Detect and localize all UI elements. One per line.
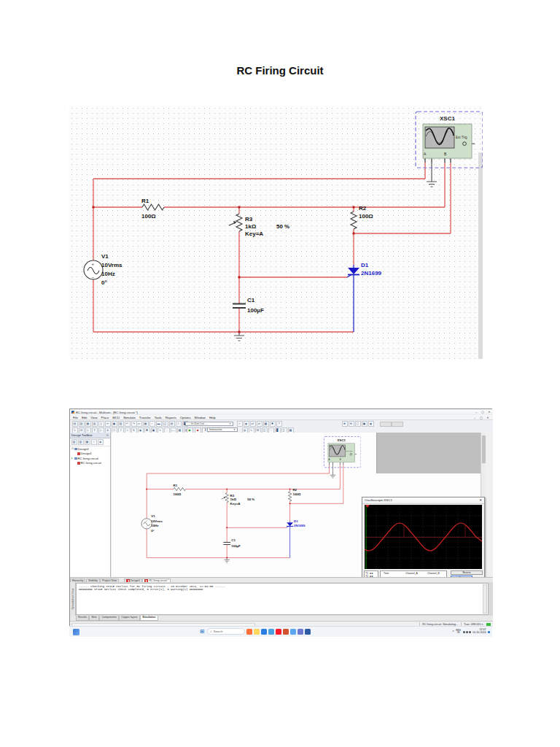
oscilloscope-title-bar[interactable]: Oscilloscope-XSC1 ✕ [362,498,484,504]
spice-netlist-icon[interactable]: ≡ [176,421,182,427]
spreadsheet-toggle-icon[interactable]: ▤ [169,421,175,427]
spice-results-pane[interactable]: ------ Checking SPICE netlist for RC fir… [76,583,489,615]
save-icon[interactable]: ▦ [85,421,91,427]
undo-icon[interactable]: ↶ [125,421,131,427]
tray-status-icons[interactable] [463,631,471,633]
doc-minimize-button[interactable]: – [472,416,478,420]
spreadsheet-tab[interactable]: Results [76,616,89,621]
right-filler [486,433,493,577]
mini-schematic-svg [133,433,361,573]
oscilloscope-close-icon[interactable]: ✕ [479,498,482,503]
toolbox-up-icon[interactable]: ↑ [91,439,97,445]
design-toolbox-toggle-icon[interactable]: ◫ [163,421,168,427]
wizard-icon[interactable]: ✱ [270,421,276,427]
tree-item-rc-circuit-sheet[interactable]: RC firing circuit [70,461,110,466]
zoom-area-icon[interactable]: ◻ [355,421,361,427]
multisim-window: RC firing circuit - Multisim - [RC firin… [69,409,492,626]
menu-item[interactable]: Simulate [123,416,136,419]
disabled-toolbar-button [392,422,403,427]
opera-icon[interactable] [276,629,281,635]
menu-item[interactable]: MCU [112,416,120,419]
zoom-fit-icon[interactable]: ▣ [362,421,368,427]
readout-time-header: Time [384,572,389,575]
print-preview-icon[interactable]: ▯ [98,421,104,427]
paste-icon[interactable]: ▨ [118,421,124,427]
firefox-icon[interactable] [246,629,252,635]
schematic-svg [69,106,483,359]
workspace-gray-area [376,433,481,473]
menu-item[interactable]: File [73,416,78,419]
results-scrollbar[interactable] [483,584,487,614]
toolbox-new-icon[interactable]: ▧ [71,439,77,445]
title-bar[interactable]: RC firing circuit - Multisim - [RC firin… [70,409,493,415]
close-button[interactable]: ✕ [486,410,492,414]
full-screen-icon[interactable]: ▭ [136,421,142,427]
grid-toggle-icon[interactable]: ▦ [143,421,149,427]
capture-icon[interactable]: ◉ [244,421,249,427]
multisim-taskbar-icon[interactable] [305,629,311,635]
spreadsheet-tab[interactable]: Nets [89,616,98,621]
menu-item[interactable]: Options [180,416,191,419]
new-file-icon[interactable]: ▤ [72,421,78,427]
back-annotate-icon[interactable]: ⇄ [250,421,256,427]
menu-item[interactable]: Reports [166,416,176,419]
menu-item[interactable]: Edit [82,416,87,419]
zoom-out-icon[interactable]: ⊖ [349,421,354,427]
clock[interactable]: 12:07 10-10-2024 [472,629,486,635]
print-icon[interactable]: ▥ [92,421,98,427]
in-use-list-dropdown[interactable]: --- In-Use List ---▼ [185,422,233,426]
spreadsheet-tab[interactable]: Components [99,616,118,621]
cut-icon[interactable]: ✂ [105,421,111,427]
forward-annotate-icon[interactable]: ⇄ [257,421,262,427]
disabled-toolbar-button [380,422,392,427]
file-explorer-icon[interactable] [254,629,260,635]
search-box[interactable]: ○ Search [207,628,245,635]
widgets-icon[interactable] [73,629,79,635]
ruler-toggle-icon[interactable]: ▬ [156,421,162,427]
menu-item[interactable]: Tools [155,416,162,419]
zoom-100-icon[interactable]: ◉ [368,421,374,427]
menu-item[interactable]: Help [209,416,216,419]
tray-date: 10-10-2024 [472,632,486,635]
border-toggle-icon[interactable]: ▫ [149,421,155,427]
doc-maximize-button[interactable]: ▢ [478,416,484,420]
ultiboard-icon[interactable]: ▩ [263,421,269,427]
powerpoint-icon[interactable] [283,629,289,635]
tree-item-label: Design1 [78,447,89,451]
spreadsheet-tab[interactable]: Simulation [140,616,158,621]
open-folder-icon[interactable]: ▧ [79,421,85,427]
toolbox-pin-icon[interactable]: ◈ [98,439,104,445]
minimize-button[interactable]: – [473,410,479,414]
zoom-in-icon[interactable]: ⊕ [342,421,348,427]
doc-close-button[interactable]: ✕ [485,416,491,420]
reverse-button[interactable]: Reverse [451,570,483,575]
photos-icon[interactable] [290,629,296,635]
maximize-button[interactable]: ▢ [480,410,486,414]
menu-item[interactable]: Place [101,416,109,419]
copy-icon[interactable]: ▣ [112,421,117,427]
help-icon[interactable]: ? [276,421,282,427]
toolbox-open-icon[interactable]: ▨ [78,439,84,445]
menu-item[interactable]: View [90,416,97,419]
tray-overflow-icon[interactable]: ^ [453,630,454,634]
onedrive-icon[interactable] [268,629,274,635]
menu-item[interactable]: Window [195,416,206,419]
toolbox-save-icon[interactable]: ▦ [85,439,90,445]
oscilloscope-screen [365,505,482,569]
spreadsheet-tab[interactable]: Copper layers [119,616,139,621]
notification-icon[interactable] [488,631,490,633]
language-indicator[interactable]: ENG IN [456,630,461,635]
menu-item[interactable]: Transfer [139,416,151,419]
spreadsheet-view-label: Spreadsheet View [71,584,74,614]
start-button-icon[interactable]: ⊞ [199,628,206,635]
edge-icon[interactable] [261,629,267,635]
tree-item-label: Design1 [81,452,92,455]
store-icon[interactable] [298,629,303,635]
search-placeholder: Search [214,630,223,633]
region-code: IN [457,632,459,634]
panel-close-icon[interactable]: ✕ [106,433,110,438]
interactive-dropdown[interactable]: Interactive▼ [207,427,238,432]
readout-channel-a-header: Channel_A [405,572,418,575]
t1-right-arrow-icon[interactable]: ► [371,572,373,575]
electrical-rules-icon[interactable]: ✓ [237,421,243,427]
